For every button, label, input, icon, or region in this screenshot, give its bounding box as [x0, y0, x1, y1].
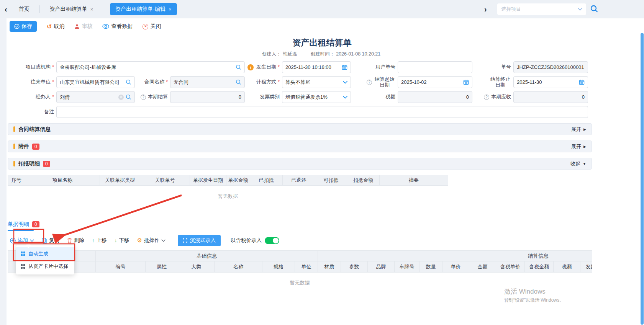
move-down-label: 下移: [119, 237, 129, 244]
copy-button[interactable]: 复制: [42, 237, 59, 244]
header-form: 项目或机构* 金桥装配公司-机械设备库 i 发生日期* 2025-11-30 1…: [10, 61, 590, 118]
column-header: 大类: [178, 261, 215, 272]
contract-value: 无合同: [174, 79, 234, 86]
tax-toggle-label: 以含税价录入: [231, 237, 262, 244]
search-icon[interactable]: [126, 94, 131, 100]
settle-start-field[interactable]: 2025-10-02: [398, 76, 472, 88]
tab-home-label: 首页: [19, 6, 29, 13]
search-icon[interactable]: [126, 79, 131, 85]
forward-chevron-icon[interactable]: ›: [482, 5, 489, 14]
view-data-label: 查看数据: [111, 23, 133, 30]
tab-close-icon[interactable]: ×: [169, 7, 172, 12]
tax-label: 税额: [353, 94, 395, 100]
column-header: 税额: [554, 261, 580, 272]
column-header: 参数: [341, 261, 368, 272]
remark-field[interactable]: [56, 106, 588, 118]
settle-end-value: 2025-11-30: [517, 79, 577, 85]
user-no-field[interactable]: [398, 61, 472, 73]
contract-field[interactable]: 无合同: [170, 76, 245, 88]
counterparty-label: 往来单位*: [10, 79, 54, 85]
section-accent: [13, 161, 15, 167]
arrow-right-icon: ▶: [583, 127, 586, 131]
settle-end-field[interactable]: 2025-11-30: [513, 76, 588, 88]
back-chevron-icon[interactable]: ‹: [2, 5, 10, 14]
section-attachments[interactable]: 附件 0 展开 ▶: [8, 140, 592, 152]
help-icon[interactable]: ?: [141, 95, 146, 100]
group-basic-info: 基础信息: [96, 251, 318, 261]
expand-button[interactable]: 展开 ▶: [571, 143, 586, 150]
contract-label: 合同名称*: [137, 79, 168, 85]
chevron-down-icon: [161, 239, 166, 242]
current-receivable-label: ? 本期应收: [475, 94, 511, 100]
add-button[interactable]: 添加: [10, 237, 34, 244]
move-down-button[interactable]: ↓ 下移: [115, 237, 129, 244]
calendar-icon[interactable]: [579, 79, 585, 85]
menu-item-auto-generate[interactable]: 自动生成: [16, 247, 74, 260]
help-icon[interactable]: ?: [484, 95, 489, 100]
counterparty-field[interactable]: 山东昊宜机械租赁有限公司: [56, 76, 135, 88]
column-header: 材质: [318, 261, 341, 272]
tab-detail-label: 单据明细: [8, 221, 29, 228]
tax-field: 0: [398, 91, 472, 103]
section-title: 合同结算信息: [18, 126, 51, 133]
chevron-down-icon: [578, 8, 582, 11]
arrow-down-icon: ▼: [583, 162, 586, 166]
section-contract-settle[interactable]: 合同结算信息 展开 ▶: [8, 123, 592, 135]
section-deduction[interactable]: 扣抵明细 0 收起 ▼: [8, 158, 592, 170]
tab-detail[interactable]: 单据明细 0: [8, 221, 39, 228]
watermark-line2: 转到“设置”以激活 Windows。: [504, 297, 564, 304]
close-button[interactable]: × 关闭: [143, 23, 161, 30]
tab-asset-rental-list[interactable]: 资产出租结算单 ×: [46, 3, 97, 15]
expand-button[interactable]: 展开 ▶: [571, 126, 586, 133]
save-button[interactable]: 保存: [10, 21, 37, 32]
vertical-scrollbar[interactable]: [641, 33, 644, 325]
search-icon[interactable]: [236, 64, 241, 70]
warning-info-icon[interactable]: i: [247, 64, 254, 70]
current-settle-field: 0: [170, 91, 245, 103]
cancel-button[interactable]: ↺ 取消: [47, 23, 64, 30]
add-dropdown-menu: 自动生成 从资产卡片中选择: [16, 245, 74, 274]
tab-home[interactable]: 首页: [15, 3, 33, 15]
project-select[interactable]: 选择项目: [497, 3, 586, 15]
column-header: 关联单据类型: [100, 175, 140, 185]
occur-date-field[interactable]: 2025-11-30 10:16:00: [282, 61, 351, 73]
menu-item-label: 从资产卡片中选择: [28, 263, 68, 270]
invoice-type-value: 增值税普通发票1%: [285, 94, 341, 101]
delete-button[interactable]: 删除: [67, 237, 84, 244]
project-label: 项目或机构*: [10, 64, 54, 70]
delete-label: 删除: [74, 237, 84, 244]
clear-icon[interactable]: ×: [118, 95, 124, 100]
collapse-button[interactable]: 收起 ▼: [570, 160, 586, 167]
check-circle-icon: [14, 24, 20, 29]
search-icon[interactable]: [590, 5, 598, 13]
search-icon[interactable]: [236, 79, 241, 85]
audit-button[interactable]: 审核: [74, 23, 92, 30]
project-field[interactable]: 金桥装配公司-机械设备库 i: [56, 61, 245, 73]
rent-mode-value: 算头不算尾: [285, 79, 341, 86]
view-data-button[interactable]: 查看数据: [102, 23, 133, 30]
menu-item-from-asset-card[interactable]: 从资产卡片中选择: [16, 260, 74, 273]
tab-close-icon[interactable]: ×: [90, 7, 93, 12]
batch-operation-button[interactable]: ⚙ 批操作: [137, 237, 166, 244]
agent-field[interactable]: 刘倩 ×: [56, 91, 135, 103]
calendar-icon[interactable]: [463, 79, 469, 85]
section-accent: [13, 144, 15, 149]
settle-start-label: ? 结算起始日期: [353, 77, 395, 88]
column-header: 可扣抵: [315, 175, 347, 185]
agent-value: 刘倩: [60, 94, 117, 101]
deduction-table: 序号 项目名称 关联单据类型 关联单号 单据发生日期 单据金额 已扣抵 已退还 …: [8, 175, 448, 207]
cancel-label: 取消: [54, 23, 64, 30]
help-icon[interactable]: ?: [367, 80, 372, 85]
column-header: 摘要: [380, 175, 448, 185]
move-up-button[interactable]: ↑ 上移: [92, 237, 107, 244]
group-settle-info: 结算信息: [318, 251, 592, 261]
tax-inclusive-toggle[interactable]: [265, 237, 279, 244]
grid-icon: [21, 252, 25, 256]
calendar-icon[interactable]: [342, 64, 347, 70]
add-label: 添加: [18, 237, 28, 244]
immersive-entry-button[interactable]: 沉浸式录入: [178, 235, 221, 246]
tab-asset-rental-edit[interactable]: 资产出租结算单-编辑 ×: [110, 3, 177, 15]
column-header: 关联单号: [140, 175, 190, 185]
invoice-type-select[interactable]: 增值税普通发票1%: [282, 91, 351, 103]
rent-mode-select[interactable]: 算头不算尾: [282, 76, 351, 88]
